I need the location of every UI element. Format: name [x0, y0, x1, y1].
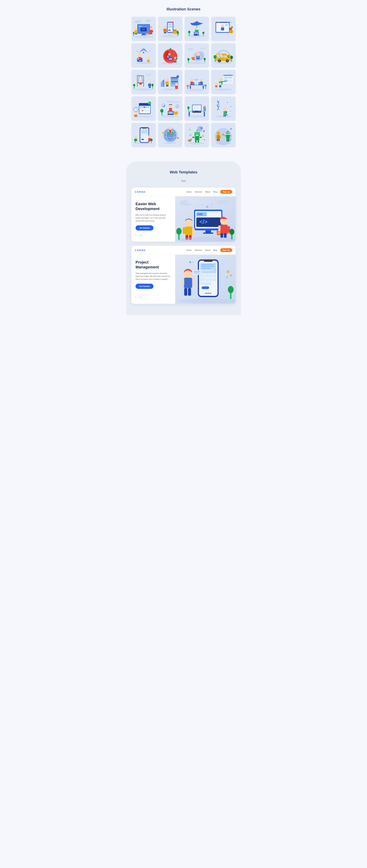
svg-point-138 [219, 60, 220, 62]
svg-point-188 [175, 83, 178, 86]
svg-point-230 [215, 89, 232, 91]
svg-rect-363 [195, 136, 199, 141]
svg-rect-389 [226, 135, 230, 139]
illus-card-3[interactable] [185, 17, 209, 41]
svg-point-400 [230, 140, 231, 140]
illus-card-16[interactable]: ⚗ 🔬 🛰 [211, 96, 236, 121]
svg-rect-322 [141, 135, 148, 136]
social-instagram-icon-2[interactable]: in [140, 296, 142, 299]
svg-point-127 [204, 58, 205, 60]
social-twitter-icon[interactable]: t [138, 234, 138, 237]
illus-card-11[interactable] [185, 70, 209, 94]
template-nav-links-2: Home Services About Blog Sign up [187, 248, 232, 252]
svg-rect-429 [224, 233, 227, 238]
svg-rect-241 [144, 108, 145, 110]
svg-rect-33 [170, 26, 172, 27]
svg-point-140 [227, 60, 228, 62]
nav-link-home-2[interactable]: Home [187, 249, 192, 251]
svg-point-396 [223, 135, 224, 136]
svg-point-362 [197, 130, 198, 131]
svg-text:🔬: 🔬 [230, 105, 232, 107]
nav-link-home-1[interactable]: Home [187, 191, 192, 193]
illus-card-17[interactable] [131, 123, 156, 147]
svg-rect-366 [192, 137, 195, 138]
svg-point-372 [188, 140, 189, 141]
svg-rect-382 [219, 139, 220, 141]
illus-card-7[interactable]: + [185, 43, 209, 68]
nav-link-about-1[interactable]: About [205, 191, 210, 193]
svg-point-333 [134, 138, 136, 141]
svg-rect-285 [193, 106, 200, 106]
svg-rect-229 [228, 74, 230, 75]
svg-point-223 [215, 83, 218, 85]
svg-rect-381 [217, 139, 218, 141]
svg-point-19 [150, 27, 152, 30]
svg-point-2 [146, 20, 151, 22]
illus-card-8[interactable]: SCHOOL BUS [211, 43, 236, 68]
illus-card-18[interactable] [158, 123, 182, 147]
svg-text:CSS: CSS [197, 213, 202, 216]
cta-button-1[interactable]: Get Started [136, 225, 153, 230]
svg-point-260 [160, 109, 163, 113]
svg-point-25 [134, 36, 154, 38]
nav-link-blog-2[interactable]: Blog [214, 249, 217, 251]
template-social-2: f t in [136, 296, 171, 299]
illus-card-1[interactable]: CSS </> HTML [131, 17, 156, 41]
svg-text:</>: </> [142, 28, 145, 31]
illus-card-2[interactable]: ! [158, 17, 182, 41]
svg-point-1 [137, 20, 142, 22]
illus-card-10[interactable]: ✓ [158, 70, 182, 94]
illus-card-15[interactable] [185, 96, 209, 121]
svg-rect-234 [140, 106, 141, 108]
illus-card-9[interactable] [131, 70, 156, 94]
svg-rect-21 [150, 30, 150, 32]
illus-card-13[interactable]: ✓ [131, 96, 156, 121]
svg-rect-242 [145, 108, 147, 110]
illus-card-14[interactable] [158, 96, 182, 121]
nav-link-services-2[interactable]: Services [195, 249, 202, 251]
cta-button-2[interactable]: Get Started [136, 284, 153, 289]
svg-point-398 [230, 128, 232, 130]
svg-rect-71 [221, 27, 224, 30]
svg-rect-44 [163, 29, 164, 31]
svg-rect-10 [141, 35, 146, 35]
svg-text:🔧: 🔧 [137, 51, 139, 53]
svg-rect-199 [198, 84, 203, 85]
svg-rect-236 [144, 106, 145, 108]
svg-rect-226 [219, 85, 221, 88]
svg-point-368 [191, 138, 192, 140]
illus-card-12[interactable] [211, 70, 236, 94]
svg-point-150 [135, 74, 141, 77]
svg-point-463 [230, 275, 232, 276]
social-twitter-icon-2[interactable]: t [138, 296, 138, 299]
svg-point-257 [166, 100, 174, 103]
signup-button-2[interactable]: Sign up [220, 248, 232, 252]
illus-card-20[interactable] [211, 123, 236, 147]
social-instagram-icon[interactable]: in [140, 234, 142, 237]
illus-card-6[interactable] [158, 43, 182, 68]
nav-link-services-1[interactable]: Services [195, 191, 202, 193]
svg-rect-323 [141, 137, 146, 138]
svg-point-200 [190, 79, 193, 82]
nav-link-about-2[interactable]: About [205, 249, 210, 251]
social-facebook-icon-2[interactable]: f [136, 296, 136, 299]
signup-button-1[interactable]: Sign up [220, 190, 232, 194]
social-facebook-icon[interactable]: f [136, 234, 136, 237]
svg-point-161 [148, 81, 151, 84]
svg-rect-238 [147, 106, 149, 108]
illus-card-5[interactable]: ⚙ 🔧 [131, 43, 156, 68]
svg-point-467 [178, 299, 236, 303]
svg-point-148 [230, 56, 233, 59]
illus-card-4[interactable] [211, 17, 236, 41]
svg-rect-185 [161, 82, 162, 87]
svg-point-401 [215, 142, 231, 145]
nav-link-blog-1[interactable]: Blog [214, 191, 217, 193]
svg-rect-218 [228, 80, 232, 82]
svg-point-202 [200, 79, 203, 82]
illus-card-19[interactable] [185, 123, 209, 147]
illustrations-title: Illustration Scenes [131, 7, 236, 11]
svg-point-385 [227, 132, 227, 133]
svg-rect-123 [192, 57, 195, 60]
svg-rect-102 [170, 48, 171, 50]
svg-rect-35 [168, 29, 171, 30]
